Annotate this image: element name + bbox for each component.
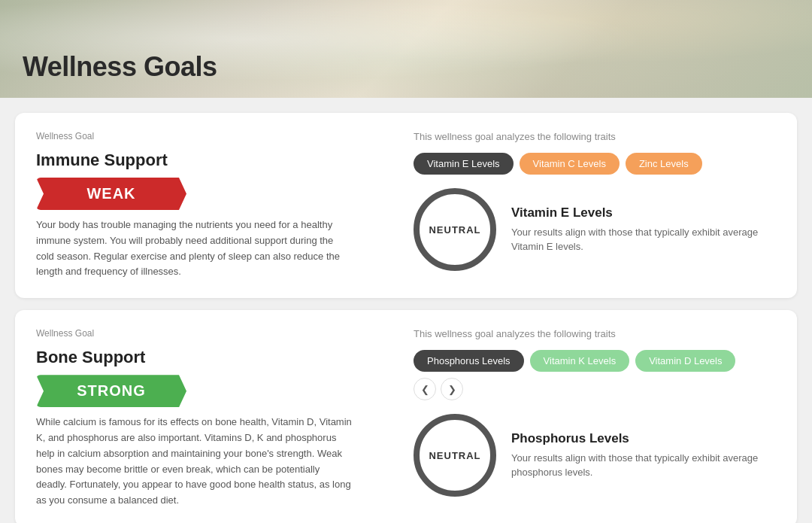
trait-pill-2[interactable]: Zinc Levels bbox=[626, 153, 702, 175]
wellness-goal-label: Wellness Goal bbox=[36, 131, 398, 141]
description-text: Your body has trouble managing the nutri… bbox=[36, 217, 352, 280]
trait-description: Your results align with those that typic… bbox=[511, 225, 776, 254]
trait-name: Phosphorus Levels bbox=[511, 431, 776, 446]
page-title: Wellness Goals bbox=[23, 51, 217, 83]
trait-pills: Vitamin E LevelsVitamin C LevelsZinc Lev… bbox=[414, 153, 776, 175]
strength-badge: WEAK bbox=[36, 178, 186, 210]
trait-name: Vitamin E Levels bbox=[511, 205, 776, 220]
strength-badge: STRONG bbox=[36, 375, 186, 407]
circle-gauge: NEUTRAL bbox=[414, 188, 496, 271]
trait-detail: NEUTRALVitamin E LevelsYour results alig… bbox=[414, 188, 776, 271]
description-text: While calcium is famous for its effects … bbox=[36, 415, 352, 509]
trait-pill-2[interactable]: Vitamin D Levels bbox=[635, 350, 735, 372]
card-left: Wellness GoalImmune SupportWEAKYour body… bbox=[36, 131, 398, 280]
trait-info: Vitamin E LevelsYour results align with … bbox=[511, 205, 776, 254]
content-area: Wellness GoalImmune SupportWEAKYour body… bbox=[0, 98, 812, 523]
hero-header: Wellness Goals bbox=[0, 0, 812, 98]
trait-pills: Phosphorus LevelsVitamin K LevelsVitamin… bbox=[414, 350, 776, 400]
wellness-goal-name: Bone Support bbox=[36, 348, 398, 367]
card-right: This wellness goal analyzes the followin… bbox=[414, 328, 776, 509]
card-left: Wellness GoalBone SupportSTRONGWhile cal… bbox=[36, 328, 398, 509]
trait-description: Your results align with those that typic… bbox=[511, 451, 776, 480]
nav-arrows: ❮❯ bbox=[414, 378, 463, 400]
card-immune-support: Wellness GoalImmune SupportWEAKYour body… bbox=[15, 113, 797, 298]
next-arrow[interactable]: ❯ bbox=[441, 378, 463, 400]
traits-label: This wellness goal analyzes the followin… bbox=[414, 328, 776, 339]
circle-gauge: NEUTRAL bbox=[414, 414, 496, 497]
wellness-goal-label: Wellness Goal bbox=[36, 328, 398, 339]
trait-pill-0[interactable]: Phosphorus Levels bbox=[414, 350, 524, 372]
trait-info: Phosphorus LevelsYour results align with… bbox=[511, 431, 776, 480]
trait-pill-1[interactable]: Vitamin C Levels bbox=[520, 153, 620, 175]
trait-pill-1[interactable]: Vitamin K Levels bbox=[530, 350, 630, 372]
card-right: This wellness goal analyzes the followin… bbox=[414, 131, 776, 280]
wellness-goal-name: Immune Support bbox=[36, 151, 398, 170]
trait-pill-0[interactable]: Vitamin E Levels bbox=[414, 153, 514, 175]
trait-detail: NEUTRALPhosphorus LevelsYour results ali… bbox=[414, 414, 776, 497]
card-bone-support: Wellness GoalBone SupportSTRONGWhile cal… bbox=[15, 310, 797, 523]
traits-label: This wellness goal analyzes the followin… bbox=[414, 131, 776, 142]
prev-arrow[interactable]: ❮ bbox=[414, 378, 436, 400]
gauge-text: NEUTRAL bbox=[429, 450, 480, 461]
gauge-text: NEUTRAL bbox=[429, 224, 480, 236]
